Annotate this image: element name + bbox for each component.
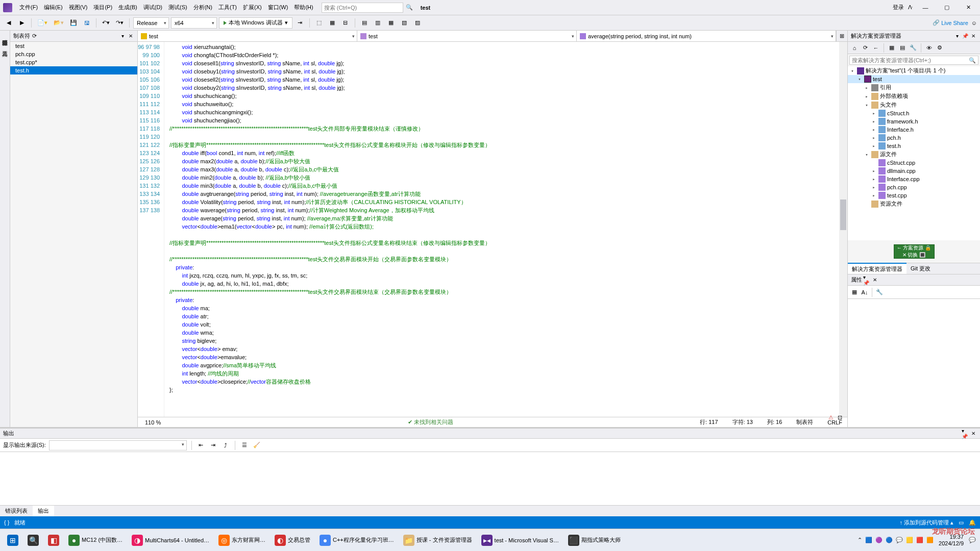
se-preview-icon[interactable]: 👁	[924, 43, 934, 53]
zoom-level[interactable]: 110 %	[145, 419, 161, 425]
menu-item[interactable]: 帮助(H)	[291, 2, 316, 13]
taskbar-app[interactable]: ⬛期指式策略大师	[565, 533, 624, 548]
user-icon[interactable]: ᐽ	[908, 4, 913, 11]
minimize-button[interactable]: —	[917, 2, 934, 13]
solution-tree-item[interactable]: ▸test.h	[848, 142, 980, 150]
notif-icon[interactable]: 💬	[969, 537, 976, 543]
props-cat-icon[interactable]: ▦	[850, 288, 859, 297]
liveshare-button[interactable]: 🔗 Live Share	[933, 19, 968, 26]
solution-tree-item[interactable]: ▾解决方案"test"(1 个项目/共 1 个)	[848, 66, 980, 75]
solution-tree-item[interactable]: ▸framework.h	[848, 117, 980, 126]
tb-icon-7[interactable]: ▧	[399, 17, 410, 29]
taskbar-app[interactable]: ◎东方财富网…	[215, 533, 268, 548]
tb-icon-4[interactable]: ▤	[359, 17, 370, 29]
new-button[interactable]: 📄▾	[35, 17, 50, 29]
open-file-item[interactable]: test.h	[10, 66, 137, 74]
solution-tree[interactable]: ▾解决方案"test"(1 个项目/共 1 个)▾test▸引用▸外部依赖项▾头…	[848, 66, 980, 240]
menu-item[interactable]: 文件(F)	[16, 2, 41, 13]
menu-item[interactable]: 项目(P)	[90, 2, 115, 13]
out-icon-1[interactable]: ⇤	[197, 441, 206, 450]
output-body[interactable]	[0, 452, 980, 505]
code-editor[interactable]: void xieruzhuangtai(); void chongfa(CTho…	[164, 42, 839, 417]
saveall-button[interactable]: 🖫	[81, 17, 92, 29]
props-pin-icon[interactable]: ▾📌	[863, 277, 870, 284]
nav-project-combo[interactable]: test	[138, 31, 357, 41]
sync-icon[interactable]: ⟳	[32, 33, 37, 39]
se-search-input[interactable]	[850, 56, 967, 64]
taskbar-app[interactable]: ●C++程序化量化学习班…	[316, 533, 397, 548]
menu-item[interactable]: 分析(N)	[190, 2, 215, 13]
tray-icon[interactable]: 🟥	[916, 537, 923, 543]
solution-tree-item[interactable]: ▸引用	[848, 83, 980, 92]
se-prop-icon[interactable]: 🔧	[909, 43, 918, 53]
se-home-icon[interactable]: ⌂	[850, 43, 859, 53]
feedback-icon[interactable]: ☺	[971, 20, 977, 26]
bell-icon[interactable]: 🔔	[969, 519, 976, 526]
search-icon[interactable]: 🔍	[404, 3, 414, 13]
git-tab[interactable]: Git 更改	[906, 263, 935, 274]
props-wrench-icon[interactable]: 🔧	[875, 288, 884, 297]
out-icon-2[interactable]: ⇥	[209, 441, 218, 450]
menu-item[interactable]: 扩展(X)	[240, 2, 265, 13]
solution-tree-item[interactable]: ▸pch.h	[848, 134, 980, 142]
se-search[interactable]: 🔍	[849, 56, 978, 65]
taskbar-date[interactable]: 2024/12/9	[939, 540, 964, 547]
output-pin-icon[interactable]: ▾📌	[962, 430, 969, 437]
solution-tree-item[interactable]: cStruct.cpp	[848, 159, 980, 167]
debug-step-icon[interactable]: ⇥	[295, 17, 306, 29]
vertical-scrollbar[interactable]	[839, 42, 847, 417]
se-search-icon[interactable]: 🔍	[967, 57, 978, 64]
taskbar-app[interactable]: ⊞	[4, 533, 21, 548]
status-brackets-icon[interactable]: { }	[4, 519, 9, 525]
tray-extra-icon[interactable]: ⊡	[838, 414, 842, 421]
undo-button[interactable]: ↶▾	[100, 17, 112, 29]
out-clear-icon[interactable]: 🧹	[252, 441, 261, 450]
solution-tree-item[interactable]: 资源文件	[848, 199, 980, 208]
output-close-icon[interactable]: ✕	[970, 430, 977, 437]
solution-tree-item[interactable]: ▾头文件	[848, 101, 980, 109]
solution-tree-item[interactable]: ▸test.cpp	[848, 191, 980, 199]
forward-button[interactable]: ▶	[16, 17, 28, 29]
solution-tree-item[interactable]: ▸外部依赖项	[848, 92, 980, 101]
save-button[interactable]: 💾	[68, 17, 79, 29]
pane-icon[interactable]: ▭	[959, 519, 964, 526]
open-file-item[interactable]: test	[10, 42, 137, 50]
taskbar-app[interactable]: 📁授课 - 文件资源管理器	[400, 533, 475, 548]
warning-icon[interactable]: ⚠	[828, 414, 834, 421]
errorlist-tab[interactable]: 错误列表	[0, 506, 33, 516]
se-close-icon[interactable]: ✕	[970, 33, 977, 40]
menu-item[interactable]: 编辑(E)	[41, 2, 66, 13]
solution-tree-item[interactable]: ▸dllmain.cpp	[848, 167, 980, 175]
solution-tree-item[interactable]: ▸Interface.cpp	[848, 175, 980, 183]
se-pin-icon[interactable]: 📌	[962, 33, 969, 40]
out-icon-3[interactable]: ⤴	[221, 441, 230, 450]
close-button[interactable]: ✕	[960, 2, 977, 13]
tray-icon[interactable]: 🟧	[926, 537, 934, 543]
props-close-icon[interactable]: ✕	[871, 277, 878, 284]
close-icon[interactable]: ✕	[127, 33, 134, 40]
solution-tree-item[interactable]: ▸cStruct.h	[848, 109, 980, 117]
taskbar-app[interactable]: ▸◂test - Microsoft Visual S…	[478, 533, 562, 548]
tray-icon[interactable]: 🟨	[906, 537, 913, 543]
menu-item[interactable]: 视图(V)	[66, 2, 91, 13]
open-file-item[interactable]: pch.cpp	[10, 50, 137, 58]
split-icon[interactable]: ⊞	[836, 31, 847, 41]
menu-item[interactable]: 窗口(W)	[265, 2, 291, 13]
solution-tree-item[interactable]: ▸Interface.h	[848, 126, 980, 134]
out-icon-4[interactable]: ☰	[240, 441, 249, 450]
search-input[interactable]	[322, 3, 403, 13]
login-link[interactable]: 登录	[893, 4, 904, 11]
se-showall-icon[interactable]: ▦	[887, 43, 896, 53]
tb-icon-8[interactable]: ▨	[412, 17, 423, 29]
back-button[interactable]: ◀	[3, 17, 14, 29]
tb-icon-6[interactable]: ▦	[385, 17, 397, 29]
tray-icon[interactable]: 🟦	[865, 537, 872, 543]
taskbar-app[interactable]: ◧	[45, 533, 62, 548]
se-back-icon[interactable]: ←	[871, 43, 880, 53]
tray-icon[interactable]: 💬	[896, 537, 903, 543]
source-control-button[interactable]: ↑ 添加到源代码管理 ▴	[899, 519, 953, 527]
toolbox-tab[interactable]: 工具箱	[0, 44, 10, 50]
output-tab[interactable]: 输出	[33, 506, 54, 516]
menu-item[interactable]: 测试(S)	[165, 2, 190, 13]
taskbar-app[interactable]: 🔍	[24, 533, 42, 548]
